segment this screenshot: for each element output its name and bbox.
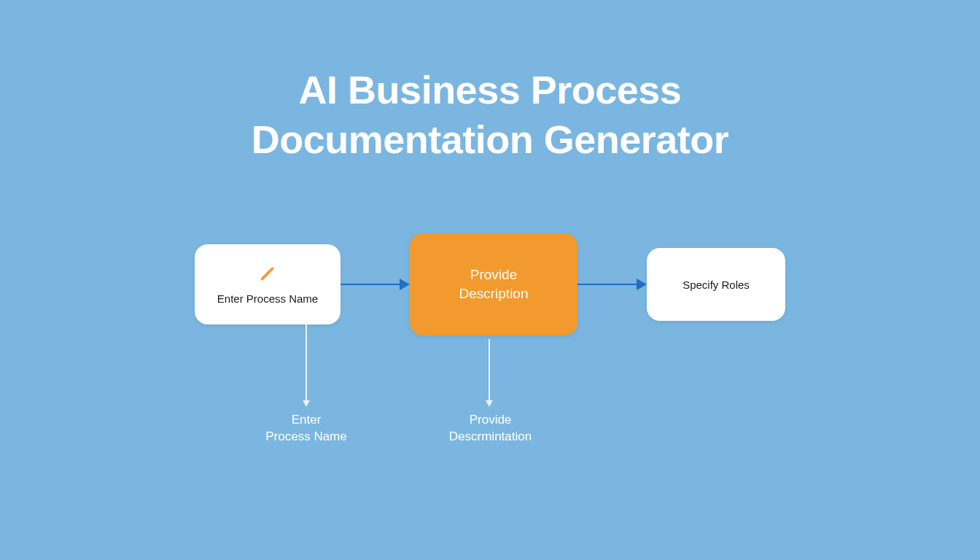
pen-icon <box>258 264 277 285</box>
page-title: AI Business Process Documentation Genera… <box>0 66 980 164</box>
step-specify-roles[interactable]: Specify Roles <box>647 248 785 321</box>
step-3-label: Specify Roles <box>682 279 750 291</box>
arrow-right-icon <box>578 277 647 292</box>
sublabel-step-1: Enter Process Name <box>252 412 361 446</box>
arrow-right-icon <box>341 277 410 292</box>
sublabel-step-2: Provide Descrmintation <box>430 412 551 446</box>
title-line-2: Documentation Generator <box>252 117 729 161</box>
step-enter-process-name[interactable]: Enter Process Name <box>195 244 341 324</box>
process-flow: Enter Process Name Provide Description S… <box>0 233 980 335</box>
title-line-1: AI Business Process <box>299 68 682 112</box>
step-provide-description[interactable]: Provide Description <box>410 233 578 335</box>
step-2-label-line2: Description <box>459 284 528 303</box>
arrow-down-icon <box>489 339 490 401</box>
arrow-down-icon <box>306 324 307 401</box>
step-2-label-line1: Provide <box>470 265 517 284</box>
step-1-label: Enter Process Name <box>217 292 318 305</box>
